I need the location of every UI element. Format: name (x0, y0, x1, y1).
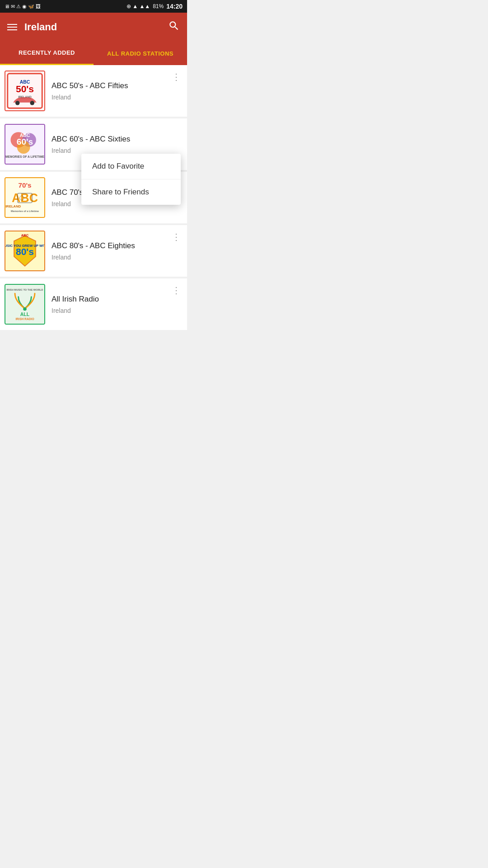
share-to-friends-button[interactable]: Share to Friends (81, 179, 181, 205)
context-menu: Add to Favorite Share to Friends (81, 154, 181, 205)
context-menu-overlay[interactable]: Add to Favorite Share to Friends (0, 0, 187, 434)
add-to-favorite-button[interactable]: Add to Favorite (81, 154, 181, 179)
